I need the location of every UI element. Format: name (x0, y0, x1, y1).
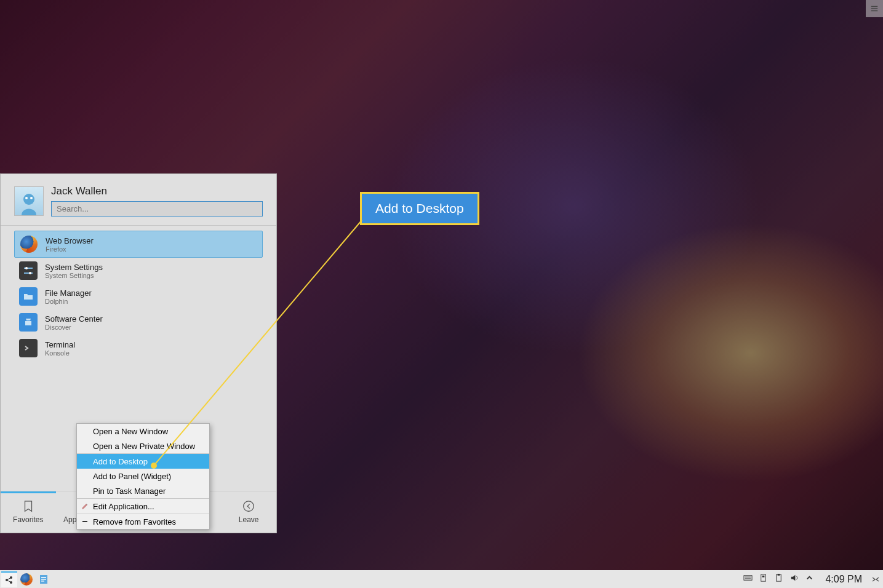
panel-edit-icon (871, 574, 881, 584)
user-avatar[interactable] (14, 186, 44, 216)
favorite-subtitle: Dolphin (45, 298, 92, 305)
discover-icon (19, 313, 38, 332)
ctx-pin-task-manager[interactable]: Pin to Task Manager (77, 483, 209, 498)
tray-volume-icon[interactable] (789, 573, 799, 585)
svg-rect-19 (41, 577, 46, 578)
hamburger-icon (870, 4, 879, 13)
panel-clock[interactable]: 4:09 PM (819, 574, 868, 585)
tab-favorites[interactable]: Favorites (1, 491, 56, 533)
svg-rect-24 (745, 578, 751, 579)
panel-edit-button[interactable] (868, 574, 883, 584)
favorite-subtitle: Konsole (45, 349, 75, 357)
ctx-open-new-private-window[interactable]: Open a New Private Window (77, 439, 209, 453)
favorite-title: System Settings (45, 263, 103, 272)
svg-rect-20 (41, 579, 46, 580)
annotation-callout: Add to Desktop (360, 192, 479, 225)
terminal-icon (19, 339, 38, 357)
ctx-open-new-window[interactable]: Open a New Window (77, 424, 209, 439)
ctx-edit-application[interactable]: Edit Application... (77, 499, 209, 514)
svg-point-2 (30, 197, 33, 199)
edit-icon (79, 501, 90, 512)
notes-icon (38, 574, 49, 585)
favorite-title: Software Center (45, 314, 103, 324)
task-firefox[interactable] (18, 571, 34, 587)
task-notes[interactable] (36, 571, 52, 587)
bookmark-icon (22, 499, 35, 513)
svg-point-13 (244, 501, 254, 512)
firefox-icon (20, 235, 38, 253)
svg-point-6 (29, 272, 31, 274)
system-tray (743, 573, 819, 585)
tray-clipboard-icon[interactable] (774, 573, 783, 585)
tab-label: Leave (239, 515, 259, 524)
svg-rect-28 (778, 574, 780, 576)
tab-leave[interactable]: Leave (221, 491, 276, 533)
favorite-item-web-browser[interactable]: Web Browser Firefox (14, 231, 263, 258)
avatar-icon (17, 191, 41, 215)
desktop: Jack Wallen Web Browser Firefox System S… (0, 0, 883, 588)
tray-updates-icon[interactable] (759, 573, 768, 585)
favorite-title: Terminal (45, 340, 75, 349)
desktop-toolbox-button[interactable] (866, 0, 883, 17)
svg-rect-21 (41, 581, 44, 582)
ctx-add-to-desktop[interactable]: Add to Desktop (77, 454, 209, 469)
annotation-dot (151, 463, 157, 469)
context-menu: Open a New Window Open a New Private Win… (76, 423, 210, 530)
favorite-item-file-manager[interactable]: File Manager Dolphin (14, 284, 263, 309)
favorite-title: File Manager (45, 288, 92, 298)
favorite-title: Web Browser (46, 236, 94, 245)
settings-icon (19, 261, 38, 280)
callout-label: Add to Desktop (375, 201, 464, 215)
svg-point-4 (25, 267, 28, 269)
tab-label: Favorites (13, 515, 43, 524)
kde-logo-icon (4, 574, 15, 586)
leave-icon (242, 499, 255, 513)
tray-expand-icon[interactable] (805, 573, 814, 585)
favorite-item-terminal[interactable]: Terminal Konsole (14, 335, 263, 361)
user-name: Jack Wallen (51, 185, 263, 197)
favorite-subtitle: Discover (45, 324, 103, 331)
favorite-subtitle: System Settings (45, 272, 103, 279)
favorite-subtitle: Firefox (46, 245, 94, 253)
firefox-icon (20, 573, 33, 586)
favorite-item-system-settings[interactable]: System Settings System Settings (14, 258, 263, 284)
tray-keyboard-icon[interactable] (743, 573, 753, 585)
favorite-item-software-center[interactable]: Software Center Discover (14, 309, 263, 335)
svg-point-0 (23, 194, 34, 205)
folder-icon (19, 287, 38, 306)
svg-rect-25 (761, 574, 766, 581)
app-launcher-button[interactable] (1, 571, 17, 587)
ctx-remove-from-favorites[interactable]: Remove from Favorites (77, 514, 209, 529)
launcher-header: Jack Wallen (1, 174, 276, 226)
taskbar: 4:09 PM (0, 570, 883, 588)
ctx-add-to-panel[interactable]: Add to Panel (Widget) (77, 469, 209, 483)
svg-point-1 (25, 197, 28, 199)
search-input[interactable] (51, 201, 263, 217)
svg-rect-22 (744, 576, 752, 581)
svg-rect-26 (762, 576, 765, 578)
remove-icon (79, 516, 90, 527)
svg-rect-23 (745, 577, 751, 578)
